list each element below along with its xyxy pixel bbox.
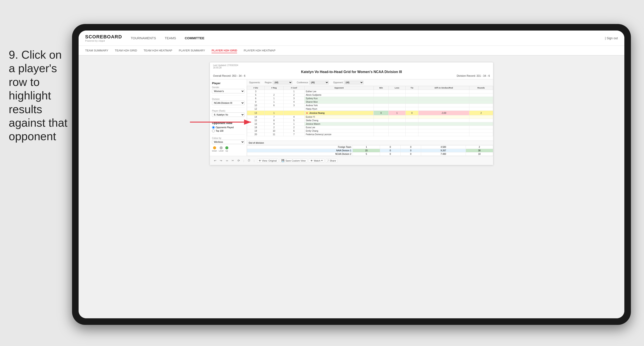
share-icon: ⤴ (328, 159, 329, 162)
filter-conference-group: Conference (All) (297, 81, 329, 84)
th-diff: Diff Av Strokes/Rnd (418, 86, 469, 90)
gender-dropdown[interactable]: Women's (212, 89, 244, 93)
sub-nav: TEAM SUMMARY TEAM H2H GRID TEAM H2H HEAT… (78, 46, 624, 56)
table-row[interactable]: 19 10 6 Emily Chang (247, 129, 493, 133)
colour-legend: Down Level Up (212, 146, 244, 152)
forward-btn[interactable]: ⤼ (225, 159, 229, 163)
th-win: Win (374, 86, 388, 90)
table-row[interactable]: NAIA Division 1 15 0 0 9.267 30 (247, 149, 493, 152)
sign-out-link[interactable]: | Sign out (605, 36, 618, 40)
subnav-team-h2h-grid[interactable]: TEAM H2H GRID (115, 48, 137, 53)
toolbar-sep2: | (254, 159, 254, 162)
subnav-team-summary[interactable]: TEAM SUMMARY (85, 48, 108, 53)
table-row[interactable]: 10 6 3 Andrea York (247, 104, 493, 107)
opponent-select[interactable]: (All) (344, 81, 364, 84)
colour-level-dot (220, 146, 223, 149)
filters-row: Opponents: Region (All) Conference (247, 79, 493, 86)
panel-records: Overall Record: 353 - 34 - 6 Division Re… (210, 74, 493, 79)
table-row[interactable]: 12 Haeju Hyun (247, 107, 493, 111)
overall-record: Overall Record: 353 - 34 - 6 (213, 74, 245, 77)
table-row[interactable]: 15 8 5 Stella Cheng (247, 119, 493, 122)
th-loss: Loss (388, 86, 406, 90)
player-rank-label: Player (Rank) (212, 110, 244, 112)
nav-tournaments[interactable]: TOURNAMENTS (131, 35, 156, 41)
table-row[interactable]: 18 2 2 Euna Lee (247, 126, 493, 129)
top-nav: SCOREBOARD Powered by clippd TOURNAMENTS… (78, 30, 624, 46)
colour-up-dot (225, 146, 228, 149)
row-arrow-icon: ► (306, 111, 309, 115)
table-row[interactable]: 6 1 3 Sydney Kuo (247, 97, 493, 100)
refresh-btn[interactable]: ⟳ (237, 159, 241, 163)
out-of-division-label: Out of division (247, 141, 493, 145)
save-custom-view-btn[interactable]: 💾 Save Custom View (280, 159, 307, 163)
logo-area: SCOREBOARD Powered by clippd (85, 34, 122, 42)
table-row[interactable]: 3 1 Esther Lee (247, 90, 493, 93)
spacer-row (247, 136, 493, 141)
radio-top100[interactable]: Top 100 (212, 130, 244, 132)
opponent-view-title: Opponent view (212, 121, 244, 125)
table-header-row: # Div # Reg # Conf Opponent Win Loss Tie… (247, 86, 493, 90)
subnav-player-h2h-grid[interactable]: PLAYER H2H GRID (212, 48, 237, 53)
filter-opponent-group: Opponent (All) (333, 81, 364, 84)
out-of-division-table: Foreign Team 1 0 0 4.500 2 NAIA Division… (247, 145, 493, 156)
watch-btn[interactable]: 👁 Watch ▾ (309, 159, 324, 163)
panel-body: Player Gender Women's Division NCAA Divi… (210, 79, 493, 156)
table-row[interactable]: 5 2 2 Alexis Sudjianto (247, 93, 493, 97)
nav-links: TOURNAMENTS TEAMS COMMITTEE (131, 35, 605, 41)
th-div: # Div (247, 86, 264, 90)
redo-btn[interactable]: ↪ (219, 159, 223, 163)
filter-region: Opponents: (249, 81, 260, 84)
tablet-screen: SCOREBOARD Powered by clippd TOURNAMENTS… (78, 30, 624, 318)
colour-down-dot (213, 146, 216, 149)
table-row[interactable]: 14 7 4 Eunice Yi (247, 115, 493, 119)
watch-icon: 👁 (310, 159, 313, 162)
subnav-player-h2h-heatmap[interactable]: PLAYER H2H HEATMAP (244, 48, 275, 53)
dashboard-panel: Last Updated: 27/03/2024 16:55:28 Kately… (210, 62, 493, 165)
nav-teams[interactable]: TEAMS (164, 35, 176, 41)
spacer-table (247, 136, 493, 141)
table-row[interactable]: 9 1 4 Sharon Mun (247, 100, 493, 104)
timestamp: Last Updated: 27/03/2024 16:55:28 (213, 64, 238, 69)
division-record: Division Record: 331 - 34 - 6 (457, 74, 490, 77)
bottom-toolbar: ↩ ↪ ⤼ ✂ ⟳ | ⏱ | 👁 View: Original 💾 Save … (210, 156, 493, 165)
nav-committee[interactable]: COMMITTEE (185, 35, 204, 41)
toolbar-sep1: | (244, 159, 244, 162)
region-select[interactable]: (All) (273, 81, 292, 84)
table-row[interactable]: Foreign Team 1 0 0 4.500 2 (247, 146, 493, 149)
table-row[interactable]: 20 11 7 Federica Domecq Lacroze (247, 133, 493, 136)
share-btn[interactable]: ⤴ Share (326, 159, 338, 163)
eye-icon: 👁 (259, 159, 261, 162)
table-row[interactable]: NCAA Division 2 5 0 0 7.400 10 (247, 152, 493, 156)
sidebar-player-title: Player (212, 82, 244, 85)
subnav-team-h2h-heatmap[interactable]: TEAM H2H HEATMAP (144, 48, 172, 53)
instruction-text: 9. Click on a player's row to highlight … (9, 48, 70, 143)
clock-btn[interactable]: ⏱ (247, 159, 251, 163)
radio-opponents-played[interactable]: Opponents Played (212, 126, 244, 129)
th-tie: Tie (406, 86, 418, 90)
main-content: Last Updated: 27/03/2024 16:55:28 Kately… (78, 56, 624, 318)
player-dropdown[interactable]: 8. Katelyn Vo (212, 113, 244, 117)
division-dropdown[interactable]: NCAA Division III (212, 101, 244, 105)
subnav-player-summary[interactable]: PLAYER SUMMARY (179, 48, 205, 53)
sidebar: Player Gender Women's Division NCAA Divi… (210, 79, 247, 156)
opponents-label: Opponents: (249, 81, 260, 84)
th-opponent: Opponent (304, 86, 374, 90)
logo-sub: Powered by clippd (85, 40, 122, 42)
th-conf: # Conf (284, 86, 304, 90)
player-h2h-table: # Div # Reg # Conf Opponent Win Loss Tie… (247, 86, 493, 136)
th-reg: # Reg (264, 86, 283, 90)
filter-region-group: Region (All) (265, 81, 292, 84)
colour-by-label: Colour by (212, 137, 244, 139)
table-row[interactable]: 16 9 1 Jessica Mason (247, 122, 493, 126)
conference-select[interactable]: (All) (309, 81, 329, 84)
scissors-btn[interactable]: ✂ (231, 159, 235, 163)
panel-header: Last Updated: 27/03/2024 16:55:28 (210, 62, 493, 69)
panel-title: Katelyn Vo Head-to-Head Grid for Women's… (210, 69, 493, 74)
colour-dropdown[interactable]: Win/loss (212, 140, 244, 144)
view-original-btn[interactable]: 👁 View: Original (257, 159, 278, 163)
th-rounds: Rounds (469, 86, 493, 90)
undo-btn[interactable]: ↩ (213, 159, 217, 163)
grid-area: Opponents: Region (All) Conference (247, 79, 493, 156)
opponent-radio-group: Opponents Played Top 100 (212, 126, 244, 132)
table-row-highlighted[interactable]: 13 1 ► Jessica Huang 0 1 0 (247, 111, 493, 115)
